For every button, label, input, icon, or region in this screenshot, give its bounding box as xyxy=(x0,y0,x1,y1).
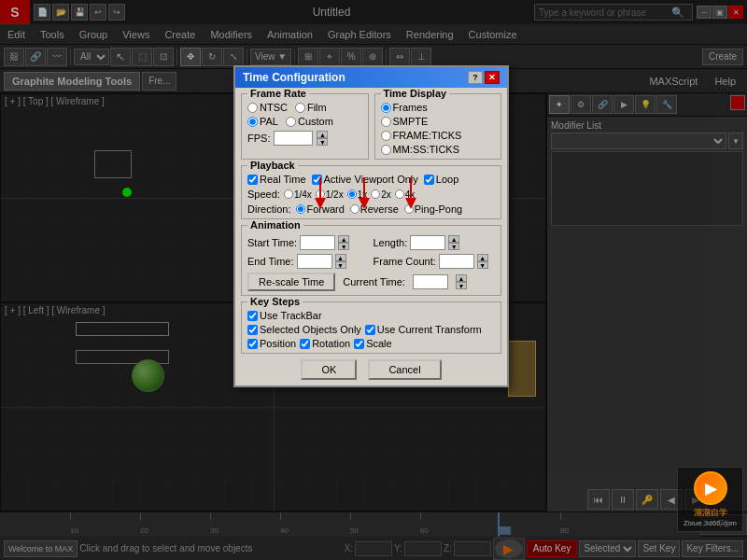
cb-active-viewport[interactable] xyxy=(312,175,322,185)
radio-reverse[interactable] xyxy=(350,204,359,214)
cb-scale[interactable] xyxy=(354,339,364,349)
frame-rate-label: Frame Rate xyxy=(247,88,309,99)
time-display-label: Time Display xyxy=(381,88,450,99)
cancel-button[interactable]: Cancel xyxy=(368,359,441,380)
radio-frame-ticks[interactable] xyxy=(381,131,391,141)
current-time-label: Current Time: xyxy=(343,276,405,287)
length-label: Length: xyxy=(374,237,408,248)
radio-pingpong[interactable] xyxy=(404,204,414,214)
dialog-help-btn[interactable]: ? xyxy=(468,71,483,84)
fc-up[interactable]: ▲ xyxy=(477,254,488,261)
rescale-time-btn[interactable]: Re-scale Time xyxy=(247,273,335,291)
radio-custom[interactable] xyxy=(286,117,296,127)
current-time-input[interactable]: 72 xyxy=(413,274,448,289)
st-down[interactable]: ▼ xyxy=(338,243,349,250)
et-down[interactable]: ▼ xyxy=(335,261,346,269)
fps-down[interactable]: ▼ xyxy=(317,138,328,146)
direction-label: Direction: xyxy=(247,203,290,215)
len-up[interactable]: ▲ xyxy=(448,235,459,243)
radio-film[interactable] xyxy=(295,103,305,113)
cb-use-current-transform[interactable] xyxy=(365,325,375,335)
time-configuration-dialog: Time Configuration ? ✕ Frame Rate NTSC F… xyxy=(233,65,509,387)
radio-half[interactable] xyxy=(316,189,325,199)
start-time-input[interactable]: 0 xyxy=(300,235,335,250)
watermark: ▶ 溜溜自学 Zixue.3d66.com xyxy=(677,467,743,532)
key-steps-label: Key Steps xyxy=(247,296,303,307)
playback-label: Playback xyxy=(247,160,298,171)
cb-use-trackbar[interactable] xyxy=(247,311,258,321)
end-time-label: End Time: xyxy=(247,256,294,267)
ct-up[interactable]: ▲ xyxy=(456,274,467,282)
start-time-label: Start Time: xyxy=(247,237,297,248)
length-input[interactable]: 33 xyxy=(410,235,445,250)
ct-down[interactable]: ▼ xyxy=(456,282,467,289)
speed-label: Speed: xyxy=(247,189,280,200)
frame-count-input[interactable]: 34 xyxy=(439,254,474,269)
frame-count-label: Frame Count: xyxy=(374,256,436,267)
st-up[interactable]: ▲ xyxy=(338,235,349,243)
radio-mm-ss-ticks[interactable] xyxy=(381,145,391,155)
radio-forward[interactable] xyxy=(296,204,305,214)
radio-pal[interactable] xyxy=(247,117,258,127)
cb-selected-objects[interactable] xyxy=(247,325,258,335)
fps-input[interactable]: 30 xyxy=(274,131,313,146)
radio-quarter[interactable] xyxy=(284,189,293,199)
cb-loop[interactable] xyxy=(424,175,434,185)
radio-2x[interactable] xyxy=(371,189,380,199)
dialog-title: Time Configuration xyxy=(243,71,345,84)
cb-rotation[interactable] xyxy=(300,339,310,349)
end-time-input[interactable]: 85 xyxy=(297,254,332,269)
cb-realtime[interactable] xyxy=(247,175,258,185)
fc-down[interactable]: ▼ xyxy=(477,261,488,269)
et-up[interactable]: ▲ xyxy=(335,254,346,261)
radio-4x[interactable] xyxy=(395,189,404,199)
radio-smpte[interactable] xyxy=(381,117,391,127)
radio-1x[interactable] xyxy=(347,189,357,199)
radio-ntsc[interactable] xyxy=(247,103,258,113)
dialog-close-btn[interactable]: ✕ xyxy=(485,71,500,84)
cb-position[interactable] xyxy=(247,339,258,349)
dialog-titlebar[interactable]: Time Configuration ? ✕ xyxy=(235,67,507,88)
fps-up[interactable]: ▲ xyxy=(317,131,328,138)
ok-button[interactable]: OK xyxy=(301,359,357,380)
len-down[interactable]: ▼ xyxy=(448,243,459,250)
radio-frames[interactable] xyxy=(381,103,391,113)
animation-label: Animation xyxy=(247,219,303,231)
fps-label: FPS: xyxy=(247,133,270,144)
